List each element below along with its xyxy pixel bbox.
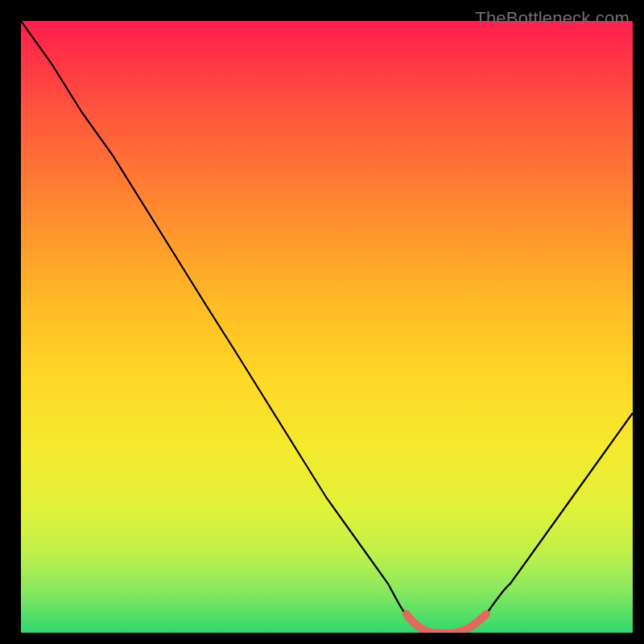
chart-highlight-segment [407,614,486,633]
chart-main-curve [21,21,633,633]
watermark-text: TheBottleneck.com [475,8,630,29]
chart-svg [21,21,633,633]
chart-plot-area [21,21,633,633]
outer-frame: TheBottleneck.com [5,5,639,639]
